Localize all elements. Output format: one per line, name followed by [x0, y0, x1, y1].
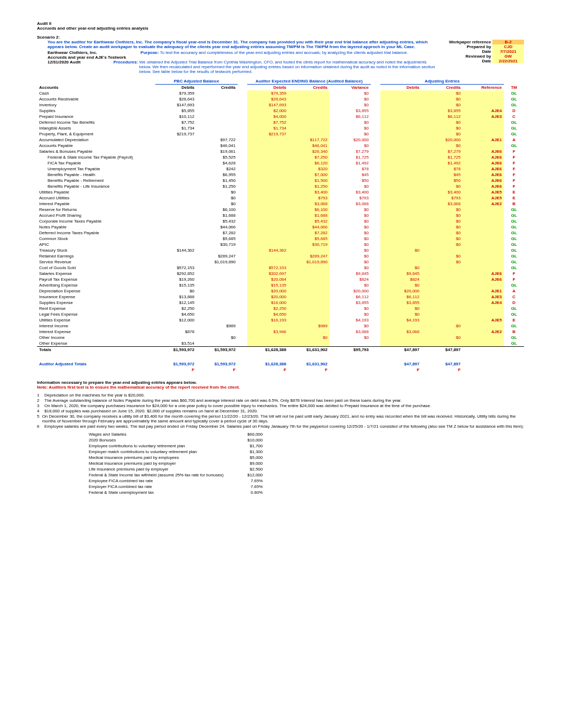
account-name: Intangible Assets: [37, 125, 155, 131]
aje-credit: $3,855: [422, 108, 463, 114]
aud-debit: $144,362: [247, 247, 288, 253]
table-row: Interest Income $989 $989 $0 $0 GL: [37, 323, 524, 329]
aud-debit: [247, 242, 288, 247]
aje-debit: [380, 195, 422, 201]
aud-credit: [288, 119, 330, 125]
aud-credit: $1,019,890: [288, 259, 330, 265]
aje-ref: AJE4: [463, 300, 504, 306]
aje-debit: [380, 189, 422, 195]
table-row: Intangible Assets $1,734 $1,734 $0 $0 GL: [37, 125, 524, 131]
aud-debit: $4,650: [247, 311, 288, 317]
aud-credit: [288, 300, 330, 306]
table-row: Benefits Payable - Life Insurance $1,250…: [37, 183, 524, 189]
aud-debit: [247, 183, 288, 189]
account-name: Accumulated Depreciation: [37, 137, 155, 143]
account-name: Legal Fees Expense: [37, 311, 155, 317]
variance: $0: [330, 125, 371, 131]
account-name: Reserve for Returns: [37, 207, 155, 213]
account-name: Corporate Income Taxes Payable: [37, 218, 155, 224]
account-name: Interest Expense: [37, 329, 155, 335]
aje-debit: [380, 119, 422, 125]
pbc-debit: $0: [155, 288, 197, 294]
table-row: FICA Tax Payable $4,628 $6,120 $1,492 $1…: [37, 160, 524, 166]
aud-debit: $2,000: [247, 108, 288, 114]
aje-debit: [380, 213, 422, 218]
wages-value: 0.80%: [228, 490, 266, 495]
variance: $7,279: [330, 149, 371, 154]
account-name: Advertising Expense: [37, 282, 155, 288]
aud-debit: $219,737: [247, 131, 288, 137]
info-item: 2The Average outstanding balance of Note…: [37, 398, 524, 403]
variance: $20,000: [330, 288, 371, 294]
col-aud-debits: Debits: [247, 85, 288, 91]
pbc-debit: [155, 143, 197, 149]
totals-row: Totals $1,593,972$1,593,972 $1,628,388$1…: [37, 347, 524, 353]
aje-debit: [380, 96, 422, 102]
wages-label: Medical insurance premiums paid by emplo…: [86, 455, 227, 460]
aje-ref: [463, 102, 504, 108]
tm-mark: GL: [504, 340, 524, 347]
aje-ref: AJE2: [463, 329, 504, 335]
variance: $78: [330, 166, 371, 172]
aud-credit: [288, 306, 330, 311]
account-name: Other Income: [37, 335, 155, 340]
aud-debit: $15,135: [247, 282, 288, 288]
tm-mark: F: [504, 166, 524, 172]
pbc-debit: $10,112: [155, 114, 197, 119]
variance: $0: [330, 143, 371, 149]
account-name: Supplies Expense: [37, 300, 155, 306]
wp-ref: B-2: [492, 40, 524, 44]
aje-ref: [463, 218, 504, 224]
table-row: Accounts Receivable $28,643 $28,643 $0 $…: [37, 96, 524, 102]
aud-debit: [247, 253, 288, 259]
purpose-label: Purpose:: [141, 50, 159, 55]
pbc-credit: [197, 90, 238, 96]
aje-ref: AJE3: [463, 114, 504, 119]
pbc-credit: $289,247: [197, 253, 238, 259]
table-row: Common Stock $5,685 $5,685 $0 $0 GL: [37, 236, 524, 242]
pbc-credit: $0: [197, 195, 238, 201]
trial-balance-table: PBC Adjusted Balance Auditor Expected EN…: [37, 78, 524, 373]
aje-ref: [463, 224, 504, 230]
aud-debit: $4,000: [247, 114, 288, 119]
aud-debit: [247, 218, 288, 224]
aud-credit: $7,000: [288, 172, 330, 178]
tm-mark: GL: [504, 131, 524, 137]
wages-label: Employee FICA combined tax rate: [86, 478, 227, 483]
hdr-auditor: Auditor Expected ENDING Balance (Audited…: [247, 78, 371, 85]
aje-credit: [422, 329, 463, 335]
wages-label: Employer FICA combined tax rate: [86, 484, 227, 489]
aud-credit: $6,100: [288, 207, 330, 213]
aud-debit: $20,000: [247, 294, 288, 300]
tm-mark: F: [504, 149, 524, 154]
aje-credit: $20,000: [422, 137, 463, 143]
pbc-debit: [155, 259, 197, 265]
wages-row: Employer match contributions to voluntar…: [86, 449, 266, 454]
pbc-credit: [197, 102, 238, 108]
table-row: Property, Plant, & Equipment $219,737 $2…: [37, 131, 524, 137]
tm-mark: GL: [504, 230, 524, 236]
tm-mark: F: [504, 277, 524, 282]
aud-credit: [288, 114, 330, 119]
pbc-credit: [197, 247, 238, 253]
pbc-credit: [197, 96, 238, 102]
tm-mark: GL: [504, 253, 524, 259]
tm-mark: F: [504, 178, 524, 183]
info-item: 5On December 30, the company receives a …: [37, 414, 524, 423]
info-item: 4$18,000 of supplies was purchased on Ju…: [37, 409, 524, 413]
aud-debit: [247, 224, 288, 230]
aud-debit: [247, 172, 288, 178]
aje-ref: AJE6: [463, 183, 504, 189]
pbc-debit: [155, 224, 197, 230]
table-row: Supplies Expense $12,145 $16,000 $3,855 …: [37, 300, 524, 306]
aje-debit: [380, 259, 422, 265]
aje-credit: $0: [422, 259, 463, 265]
aud-credit: $1,688: [288, 213, 330, 218]
aje-credit: $0: [422, 125, 463, 131]
pbc-credit: $44,066: [197, 224, 238, 230]
pbc-debit: [155, 160, 197, 166]
aje-credit: $6,112: [422, 114, 463, 119]
table-row: Supplies $5,855 $2,000 $3,855 $3,855 AJE…: [37, 108, 524, 114]
table-row: Accrued Profit Sharing $1,688 $1,688 $0 …: [37, 213, 524, 218]
info-item: 3On March 1, 2020, the company purchases…: [37, 403, 524, 408]
